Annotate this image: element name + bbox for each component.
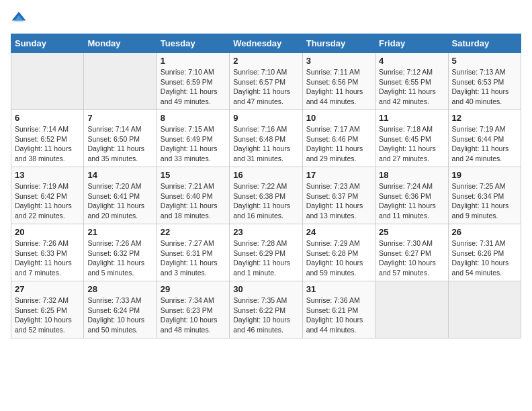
day-number: 8 xyxy=(161,113,226,123)
day-number: 2 xyxy=(233,56,298,66)
calendar-cell: 5Sunrise: 7:13 AM Sunset: 6:53 PM Daylig… xyxy=(448,53,521,110)
calendar-header: SundayMondayTuesdayWednesdayThursdayFrid… xyxy=(11,34,521,53)
calendar-cell: 26Sunrise: 7:31 AM Sunset: 6:26 PM Dayli… xyxy=(448,224,521,281)
calendar-cell xyxy=(84,53,157,110)
calendar-cell: 1Sunrise: 7:10 AM Sunset: 6:59 PM Daylig… xyxy=(157,53,229,110)
day-info: Sunrise: 7:35 AM Sunset: 6:22 PM Dayligh… xyxy=(233,295,298,335)
day-info: Sunrise: 7:26 AM Sunset: 6:32 PM Dayligh… xyxy=(87,238,152,278)
calendar-cell: 6Sunrise: 7:14 AM Sunset: 6:52 PM Daylig… xyxy=(11,110,84,167)
day-info: Sunrise: 7:29 AM Sunset: 6:28 PM Dayligh… xyxy=(306,238,371,278)
calendar-cell: 17Sunrise: 7:23 AM Sunset: 6:37 PM Dayli… xyxy=(302,167,375,224)
day-number: 21 xyxy=(87,227,152,237)
day-number: 24 xyxy=(306,227,371,237)
day-info: Sunrise: 7:20 AM Sunset: 6:41 PM Dayligh… xyxy=(87,181,152,221)
day-number: 1 xyxy=(161,56,226,66)
calendar-cell: 15Sunrise: 7:21 AM Sunset: 6:40 PM Dayli… xyxy=(157,167,229,224)
day-number: 10 xyxy=(306,113,371,123)
calendar-cell: 24Sunrise: 7:29 AM Sunset: 6:28 PM Dayli… xyxy=(302,224,375,281)
day-of-week-header: Monday xyxy=(84,34,157,53)
day-number: 5 xyxy=(452,56,517,66)
day-number: 27 xyxy=(15,284,80,294)
calendar-cell: 28Sunrise: 7:33 AM Sunset: 6:24 PM Dayli… xyxy=(84,281,157,338)
day-of-week-header: Saturday xyxy=(448,34,521,53)
day-number: 20 xyxy=(15,227,80,237)
day-info: Sunrise: 7:27 AM Sunset: 6:31 PM Dayligh… xyxy=(161,238,226,278)
day-number: 16 xyxy=(233,170,298,180)
day-info: Sunrise: 7:19 AM Sunset: 6:42 PM Dayligh… xyxy=(15,181,80,221)
day-info: Sunrise: 7:16 AM Sunset: 6:48 PM Dayligh… xyxy=(233,124,298,164)
page-header xyxy=(11,11,521,27)
day-info: Sunrise: 7:34 AM Sunset: 6:23 PM Dayligh… xyxy=(161,295,226,335)
day-info: Sunrise: 7:18 AM Sunset: 6:45 PM Dayligh… xyxy=(379,124,444,164)
day-number: 29 xyxy=(161,284,226,294)
calendar-week-row: 20Sunrise: 7:26 AM Sunset: 6:33 PM Dayli… xyxy=(11,224,521,281)
day-info: Sunrise: 7:31 AM Sunset: 6:26 PM Dayligh… xyxy=(452,238,517,278)
calendar-cell: 31Sunrise: 7:36 AM Sunset: 6:21 PM Dayli… xyxy=(302,281,375,338)
calendar-week-row: 1Sunrise: 7:10 AM Sunset: 6:59 PM Daylig… xyxy=(11,53,521,110)
day-info: Sunrise: 7:12 AM Sunset: 6:55 PM Dayligh… xyxy=(379,67,444,107)
day-info: Sunrise: 7:23 AM Sunset: 6:37 PM Dayligh… xyxy=(306,181,371,221)
calendar-cell: 16Sunrise: 7:22 AM Sunset: 6:38 PM Dayli… xyxy=(230,167,302,224)
day-info: Sunrise: 7:26 AM Sunset: 6:33 PM Dayligh… xyxy=(15,238,80,278)
day-of-week-header: Friday xyxy=(375,34,448,53)
day-info: Sunrise: 7:15 AM Sunset: 6:49 PM Dayligh… xyxy=(161,124,226,164)
day-number: 6 xyxy=(15,113,80,123)
day-info: Sunrise: 7:19 AM Sunset: 6:44 PM Dayligh… xyxy=(452,124,517,164)
day-info: Sunrise: 7:22 AM Sunset: 6:38 PM Dayligh… xyxy=(233,181,298,221)
day-of-week-header: Wednesday xyxy=(230,34,302,53)
calendar-cell: 3Sunrise: 7:11 AM Sunset: 6:56 PM Daylig… xyxy=(302,53,375,110)
calendar-week-row: 13Sunrise: 7:19 AM Sunset: 6:42 PM Dayli… xyxy=(11,167,521,224)
calendar-cell: 10Sunrise: 7:17 AM Sunset: 6:46 PM Dayli… xyxy=(302,110,375,167)
day-number: 9 xyxy=(233,113,298,123)
calendar-cell xyxy=(11,53,84,110)
calendar-cell: 14Sunrise: 7:20 AM Sunset: 6:41 PM Dayli… xyxy=(84,167,157,224)
day-info: Sunrise: 7:14 AM Sunset: 6:50 PM Dayligh… xyxy=(87,124,152,164)
day-number: 7 xyxy=(87,113,152,123)
calendar-cell: 18Sunrise: 7:24 AM Sunset: 6:36 PM Dayli… xyxy=(375,167,448,224)
logo xyxy=(11,11,30,27)
day-number: 11 xyxy=(379,113,444,123)
day-number: 13 xyxy=(15,170,80,180)
day-number: 28 xyxy=(87,284,152,294)
calendar-cell: 7Sunrise: 7:14 AM Sunset: 6:50 PM Daylig… xyxy=(84,110,157,167)
day-info: Sunrise: 7:10 AM Sunset: 6:57 PM Dayligh… xyxy=(233,67,298,107)
calendar-cell: 27Sunrise: 7:32 AM Sunset: 6:25 PM Dayli… xyxy=(11,281,84,338)
day-of-week-header: Thursday xyxy=(302,34,375,53)
calendar-cell: 8Sunrise: 7:15 AM Sunset: 6:49 PM Daylig… xyxy=(157,110,229,167)
day-number: 26 xyxy=(452,227,517,237)
header-row: SundayMondayTuesdayWednesdayThursdayFrid… xyxy=(11,34,521,53)
day-number: 19 xyxy=(452,170,517,180)
calendar-cell: 23Sunrise: 7:28 AM Sunset: 6:29 PM Dayli… xyxy=(230,224,302,281)
day-number: 31 xyxy=(306,284,371,294)
day-number: 22 xyxy=(161,227,226,237)
calendar-cell: 13Sunrise: 7:19 AM Sunset: 6:42 PM Dayli… xyxy=(11,167,84,224)
day-info: Sunrise: 7:24 AM Sunset: 6:36 PM Dayligh… xyxy=(379,181,444,221)
calendar-cell: 25Sunrise: 7:30 AM Sunset: 6:27 PM Dayli… xyxy=(375,224,448,281)
day-info: Sunrise: 7:13 AM Sunset: 6:53 PM Dayligh… xyxy=(452,67,517,107)
calendar-cell xyxy=(448,281,521,338)
day-info: Sunrise: 7:14 AM Sunset: 6:52 PM Dayligh… xyxy=(15,124,80,164)
day-of-week-header: Sunday xyxy=(11,34,84,53)
calendar-cell: 20Sunrise: 7:26 AM Sunset: 6:33 PM Dayli… xyxy=(11,224,84,281)
calendar-cell: 11Sunrise: 7:18 AM Sunset: 6:45 PM Dayli… xyxy=(375,110,448,167)
day-info: Sunrise: 7:11 AM Sunset: 6:56 PM Dayligh… xyxy=(306,67,371,107)
calendar-cell: 22Sunrise: 7:27 AM Sunset: 6:31 PM Dayli… xyxy=(157,224,229,281)
calendar-week-row: 27Sunrise: 7:32 AM Sunset: 6:25 PM Dayli… xyxy=(11,281,521,338)
day-info: Sunrise: 7:21 AM Sunset: 6:40 PM Dayligh… xyxy=(161,181,226,221)
day-info: Sunrise: 7:33 AM Sunset: 6:24 PM Dayligh… xyxy=(87,295,152,335)
day-number: 14 xyxy=(87,170,152,180)
calendar-cell: 30Sunrise: 7:35 AM Sunset: 6:22 PM Dayli… xyxy=(230,281,302,338)
calendar-cell: 2Sunrise: 7:10 AM Sunset: 6:57 PM Daylig… xyxy=(230,53,302,110)
day-number: 3 xyxy=(306,56,371,66)
calendar-table: SundayMondayTuesdayWednesdayThursdayFrid… xyxy=(11,34,521,338)
calendar-week-row: 6Sunrise: 7:14 AM Sunset: 6:52 PM Daylig… xyxy=(11,110,521,167)
calendar-cell xyxy=(375,281,448,338)
calendar-cell: 19Sunrise: 7:25 AM Sunset: 6:34 PM Dayli… xyxy=(448,167,521,224)
calendar-cell: 9Sunrise: 7:16 AM Sunset: 6:48 PM Daylig… xyxy=(230,110,302,167)
day-number: 17 xyxy=(306,170,371,180)
day-info: Sunrise: 7:32 AM Sunset: 6:25 PM Dayligh… xyxy=(15,295,80,335)
calendar-cell: 4Sunrise: 7:12 AM Sunset: 6:55 PM Daylig… xyxy=(375,53,448,110)
day-info: Sunrise: 7:10 AM Sunset: 6:59 PM Dayligh… xyxy=(161,67,226,107)
calendar-cell: 29Sunrise: 7:34 AM Sunset: 6:23 PM Dayli… xyxy=(157,281,229,338)
day-info: Sunrise: 7:36 AM Sunset: 6:21 PM Dayligh… xyxy=(306,295,371,335)
